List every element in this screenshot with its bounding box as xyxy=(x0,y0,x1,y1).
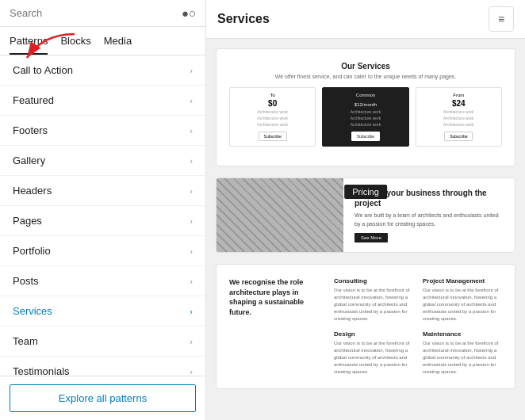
chevron-icon: › xyxy=(190,337,193,346)
card1-title: Our Services xyxy=(229,62,502,71)
chevron-icon: › xyxy=(190,156,193,166)
section-body-maintenance: Our vision is to be at the forefront of … xyxy=(423,340,502,376)
card3-main-text: We recognise the role architecture plays… xyxy=(229,277,324,376)
chevron-icon: › xyxy=(190,216,193,226)
price-col-pro: From $24 Architecture work Architecture … xyxy=(416,87,502,147)
section-title-project-management: Project Management xyxy=(423,277,502,284)
section-title-design: Design xyxy=(334,330,413,338)
left-panel: ●○ Patterns Blocks Media Call to Action … xyxy=(0,0,206,420)
category-headers[interactable]: Headers › xyxy=(0,176,205,206)
subscribe-btn-pro[interactable]: Subscribe xyxy=(444,132,473,141)
price-col-common: Common $12/month Architecture work Archi… xyxy=(322,87,408,147)
price-col-free: To $0 Architecture work Architecture wor… xyxy=(229,87,316,147)
search-icon: ●○ xyxy=(182,6,196,20)
pricing-columns: To $0 Architecture work Architecture wor… xyxy=(229,87,502,147)
section-title-maintenance: Maintenance xyxy=(423,330,502,338)
section-body-consulting: Our vision is to be at the forefront of … xyxy=(334,287,413,323)
card3-col-2: Project Management Our vision is to be a… xyxy=(423,277,502,376)
category-featured[interactable]: Featured › xyxy=(0,86,205,116)
category-call-to-action[interactable]: Call to Action › xyxy=(0,55,205,86)
category-team[interactable]: Team › xyxy=(0,326,205,357)
see-more-button[interactable]: See More xyxy=(354,233,388,242)
category-footers[interactable]: Footers › xyxy=(0,116,205,146)
pattern-card-multi-col[interactable]: We recognise the role architecture plays… xyxy=(216,264,515,389)
filter-button[interactable]: ≡ xyxy=(489,6,514,32)
right-header: Services ≡ xyxy=(206,0,525,39)
pattern-card-image-text[interactable]: Pricing Guiding your business through th… xyxy=(216,178,515,253)
pattern-card-pricing-table[interactable]: Our Services We offer finest service, an… xyxy=(216,48,515,166)
chevron-icon: › xyxy=(190,186,193,196)
explore-all-patterns-button[interactable]: Explore all patterns xyxy=(10,384,196,412)
filter-icon: ≡ xyxy=(498,13,504,25)
chevron-icon: › xyxy=(190,307,193,316)
category-gallery[interactable]: Gallery › xyxy=(0,146,205,176)
card1-subtitle: We offer finest service, and can cater t… xyxy=(229,74,502,79)
tab-row: Patterns Blocks Media xyxy=(0,27,205,55)
right-panel: Services ≡ Our Services We offer finest … xyxy=(206,0,525,420)
subscribe-btn-free[interactable]: Subscribe xyxy=(259,132,287,141)
chevron-icon: › xyxy=(190,367,193,376)
chevron-icon: › xyxy=(190,126,193,136)
section-title-consulting: Consulting xyxy=(334,277,413,284)
tab-patterns[interactable]: Patterns xyxy=(10,32,48,55)
chevron-icon: › xyxy=(190,96,193,105)
section-body-project-management: Our vision is to be at the forefront of … xyxy=(423,287,502,323)
tab-blocks[interactable]: Blocks xyxy=(60,32,90,55)
category-list: Call to Action › Featured › Footers › Ga… xyxy=(0,55,205,376)
search-bar: ●○ xyxy=(0,0,205,27)
card2-body: We are built by a team of architects and… xyxy=(354,212,504,228)
category-testimonials[interactable]: Testimonials › xyxy=(0,357,205,376)
card2-image xyxy=(217,178,343,252)
explore-btn-wrap: Explore all patterns xyxy=(0,376,205,420)
right-content: Our Services We offer finest service, an… xyxy=(206,39,525,420)
page-title: Services xyxy=(217,12,270,26)
category-pages[interactable]: Pages › xyxy=(0,206,205,236)
section-body-design: Our vision is to be at the forefront of … xyxy=(334,340,413,376)
pattern-label-pricing: Pricing xyxy=(344,185,387,199)
subscribe-btn-common[interactable]: Subscribe xyxy=(351,132,380,141)
tab-media[interactable]: Media xyxy=(104,32,132,55)
search-input[interactable] xyxy=(10,7,177,19)
chevron-icon: › xyxy=(190,246,193,256)
chevron-icon: › xyxy=(190,66,193,75)
chevron-icon: › xyxy=(190,277,193,286)
card3-col-1: Consulting Our vision is to be at the fo… xyxy=(334,277,413,376)
category-portfolio[interactable]: Portfolio › xyxy=(0,236,205,266)
category-posts[interactable]: Posts › xyxy=(0,266,205,296)
category-services[interactable]: Services › xyxy=(0,296,205,326)
